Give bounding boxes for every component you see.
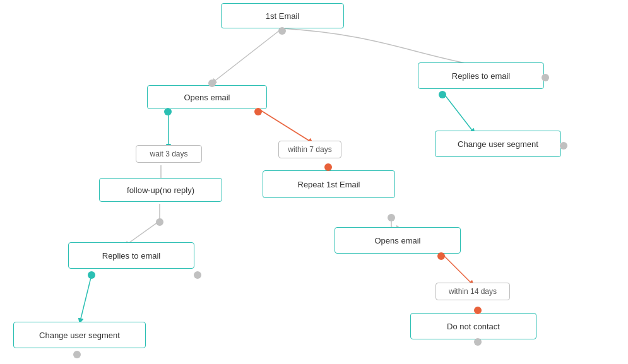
dot-top-split: [278, 27, 286, 35]
dot-replies1-teal: [88, 271, 95, 279]
node-label: wait 3 days: [150, 150, 187, 158]
dot-opens-orange: [254, 108, 262, 115]
node-label: Repeat 1st Email: [298, 180, 360, 189]
dot-within14-orange: [474, 307, 482, 314]
dot-followup-bottom: [156, 218, 163, 226]
workflow-canvas: 1st Email Opens email wait 3 days follow…: [0, 0, 628, 364]
node-label: Opens email: [184, 93, 230, 102]
node-replies-email-1[interactable]: Replies to email: [68, 242, 194, 269]
node-label: Do not contact: [447, 322, 500, 331]
node-follow-up[interactable]: follow-up(no reply): [99, 178, 222, 202]
dot-changeseg2-right: [560, 142, 567, 150]
dot-repeat-right: [388, 214, 395, 221]
node-opens-email-2[interactable]: Opens email: [335, 227, 461, 254]
node-repeat-1st-email[interactable]: Repeat 1st Email: [263, 170, 395, 198]
node-replies-email-2[interactable]: Replies to email: [418, 62, 544, 89]
node-label: within 7 days: [288, 145, 331, 154]
node-label: Replies to email: [452, 71, 511, 81]
node-do-not-contact[interactable]: Do not contact: [410, 313, 536, 339]
dot-replies2-right: [542, 74, 549, 81]
dot-opens-entry: [208, 79, 216, 87]
node-change-segment-2[interactable]: Change user segment: [435, 131, 561, 157]
node-label: Change user segment: [458, 139, 538, 149]
node-wait-3-days[interactable]: wait 3 days: [136, 145, 202, 163]
node-within-14-days[interactable]: within 14 days: [435, 283, 510, 300]
node-label: follow-up(no reply): [127, 185, 194, 195]
node-1st-email[interactable]: 1st Email: [221, 3, 344, 28]
dot-opens-teal: [164, 108, 172, 115]
dot-opens2-orange: [437, 252, 445, 260]
dot-donotcontact-bottom: [474, 338, 482, 346]
dot-within7-top: [324, 163, 332, 171]
node-label: Opens email: [375, 236, 421, 245]
dot-changeseg1-bottom: [73, 351, 81, 358]
node-label: 1st Email: [266, 11, 299, 21]
node-label: Replies to email: [102, 251, 161, 261]
node-change-segment-1[interactable]: Change user segment: [13, 322, 146, 348]
node-label: Change user segment: [39, 331, 120, 340]
node-opens-email-1[interactable]: Opens email: [147, 85, 267, 109]
node-within-7-days[interactable]: within 7 days: [278, 141, 341, 158]
dot-replies2-teal: [439, 91, 446, 98]
node-label: within 14 days: [449, 287, 497, 296]
dot-replies1-gray: [194, 271, 201, 279]
